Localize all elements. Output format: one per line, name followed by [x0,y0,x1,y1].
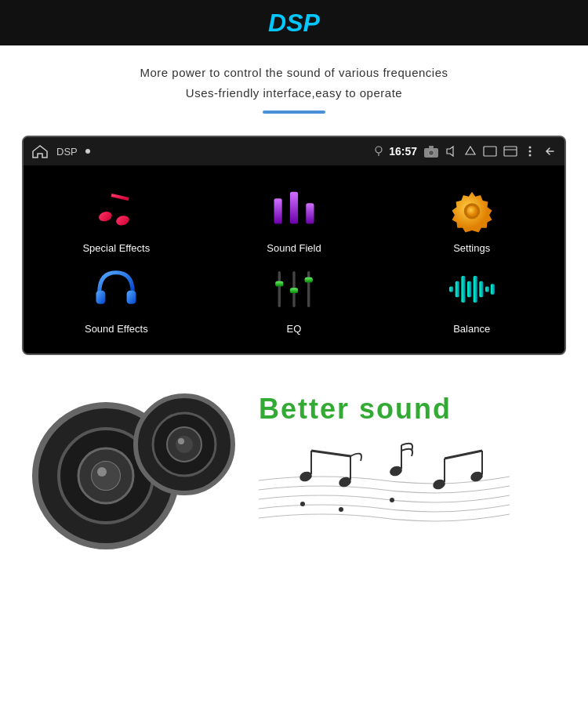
better-sound-text-area: Better sound [251,393,564,535]
speakers-area [24,378,251,550]
svg-point-11 [529,150,532,153]
camera-icon [423,144,439,158]
home-icon [31,144,49,158]
header: DSP [0,0,588,45]
svg-rect-20 [306,203,314,223]
svg-rect-8 [504,147,517,156]
svg-point-49 [178,438,184,444]
svg-rect-26 [275,281,283,287]
sound-field-label: Sound Field [267,242,321,254]
subtitle-section: More power to control the sound of vario… [0,45,588,125]
eq-label: EQ [287,323,302,335]
screen-icon [483,146,497,157]
speaker-small-icon [129,390,239,499]
app-item-settings[interactable]: Settings [387,181,557,254]
svg-rect-32 [455,281,459,297]
subtitle-line1: More power to control the sound of vario… [140,66,448,79]
subtitle-text: More power to control the sound of vario… [31,63,557,103]
svg-rect-31 [449,287,453,292]
svg-point-63 [339,507,343,512]
better-sound-section: Better sound [0,366,588,562]
svg-rect-7 [484,147,496,156]
svg-rect-37 [485,287,489,292]
better-sound-label: Better sound [259,393,452,426]
svg-rect-36 [479,281,483,297]
svg-point-10 [529,147,532,149]
sound-effects-label: Sound Effects [85,323,148,335]
underline-divider [263,111,325,114]
status-app-name: DSP [56,146,78,158]
svg-line-61 [445,451,482,459]
eq-icon [267,262,321,317]
more-dots-icon [524,145,536,158]
app-grid: Special Effects Sound Fi [24,165,564,353]
status-time: 16:57 [389,145,417,158]
balance-label: Balance [453,323,490,335]
location-icon [375,146,383,157]
svg-point-62 [300,502,305,506]
svg-line-54 [311,451,350,456]
volume-icon [445,145,458,158]
app-item-balance[interactable]: Balance [387,262,557,335]
special-effects-label: Special Effects [82,242,150,254]
svg-rect-24 [127,291,136,304]
svg-rect-35 [473,276,477,303]
window-icon [503,146,517,157]
status-bar: DSP 16:57 [24,137,564,165]
svg-rect-34 [467,281,471,297]
settings-label: Settings [453,242,490,254]
svg-rect-18 [274,198,281,223]
app-item-sound-effects[interactable]: Sound Effects [31,262,201,335]
app-item-eq[interactable]: EQ [209,262,379,335]
svg-rect-4 [429,146,434,148]
sound-field-icon [267,181,321,236]
svg-point-43 [92,462,120,490]
music-notes-icon [89,181,143,236]
triangle-icon [464,145,477,158]
balance-icon [445,262,499,317]
subtitle-line2: Uses-friendly interface,easy to operate [186,86,402,100]
svg-point-64 [390,498,394,502]
svg-rect-19 [290,192,298,224]
app-item-sound-field[interactable]: Sound Field [209,181,379,254]
status-right-area: 16:57 [375,144,557,158]
android-screen: DSP 16:57 [22,136,566,355]
svg-point-48 [176,436,193,453]
svg-marker-6 [466,147,475,154]
svg-rect-28 [290,288,298,293]
app-item-special-effects[interactable]: Special Effects [31,181,201,254]
svg-line-17 [111,195,129,199]
svg-point-12 [529,154,532,157]
svg-point-0 [376,147,382,153]
status-dot [85,149,90,154]
svg-point-3 [429,150,434,156]
music-staff-icon [259,433,510,535]
svg-rect-30 [305,277,313,283]
svg-rect-33 [461,276,465,303]
gear-icon [445,181,499,236]
headphones-icon [89,262,143,317]
svg-point-22 [466,206,477,217]
svg-marker-5 [447,147,453,156]
back-arrow-icon [543,145,557,158]
svg-rect-38 [490,284,494,295]
page-title: DSP [268,9,320,38]
svg-point-44 [97,467,107,477]
svg-rect-23 [96,291,106,304]
